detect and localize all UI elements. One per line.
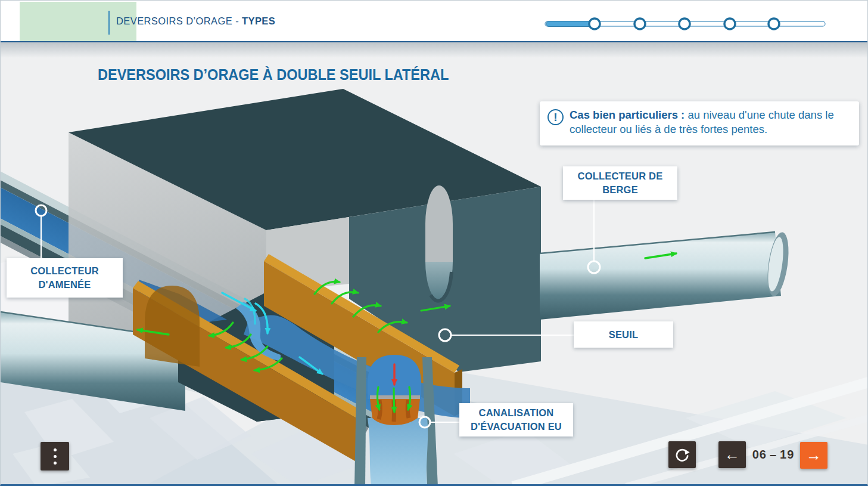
label-line: SEUIL (609, 328, 639, 342)
label-seuil: SEUIL (574, 321, 673, 348)
label-line: COLLECTEUR DE (578, 169, 663, 183)
label-line: COLLECTEUR (30, 264, 99, 278)
next-button[interactable]: → (800, 442, 827, 469)
header-divider (108, 11, 110, 35)
exclamation-icon: ! (547, 109, 564, 125)
step-dot-2[interactable] (634, 18, 645, 29)
kebab-menu-icon (54, 448, 57, 451)
label-line: CANALISATION (479, 406, 554, 420)
label-collecteur-amenee: COLLECTEUR D'AMENÉE (7, 258, 123, 298)
replay-icon (674, 447, 690, 463)
slide-page: DEVERSOIRS D’ORAGE - TYPES (0, 0, 868, 486)
callout-lead: Cas bien particuliers : (570, 109, 685, 121)
page-indicator: 06 – 19 (746, 441, 800, 468)
page-total: 19 (780, 448, 794, 462)
label-collecteur-berge: COLLECTEUR DE BERGE (563, 166, 677, 200)
page-separator: – (770, 448, 777, 462)
course-title-text: DEVERSOIRS D’ORAGE - (116, 16, 239, 27)
step-dot-4[interactable] (724, 18, 735, 29)
header-bar: DEVERSOIRS D’ORAGE - TYPES (1, 1, 867, 42)
arrow-right-icon: → (806, 446, 822, 465)
progress-stepper[interactable] (540, 1, 832, 42)
course-title-section: TYPES (242, 16, 275, 27)
label-canalisation-evacuation: CANALISATION D'ÉVACUATION EU (459, 403, 573, 437)
label-line: D'AMENÉE (38, 278, 91, 292)
step-dot-3[interactable] (679, 18, 690, 29)
label-line: BERGE (602, 183, 638, 197)
evacuation-water (368, 418, 428, 486)
step-dot-1[interactable] (589, 18, 600, 29)
slide-stage: DEVERSOIRS D’ORAGE À DOUBLE SEUIL LATÉRA… (1, 42, 868, 485)
weir-arch-opening (145, 286, 200, 367)
wall-pipe-opening (425, 185, 453, 301)
arrow-left-icon: ← (724, 445, 740, 464)
progress-fill (546, 21, 595, 27)
slide-title-text: DEVERSOIRS D’ORAGE À DOUBLE SEUIL LATÉRA… (98, 66, 449, 83)
callout-text: Cas bien particuliers : au niveau d'une … (570, 108, 851, 139)
previous-button[interactable]: ← (718, 441, 746, 468)
replay-button[interactable] (668, 441, 696, 468)
label-line: D'ÉVACUATION EU (471, 420, 562, 434)
special-case-callout: ! Cas bien particuliers : au niveau d'un… (540, 101, 859, 146)
slide-title: DEVERSOIRS D’ORAGE À DOUBLE SEUIL LATÉRA… (98, 66, 471, 83)
course-title: DEVERSOIRS D’ORAGE - TYPES (116, 1, 275, 41)
step-dot-5[interactable] (769, 18, 779, 29)
menu-button[interactable] (41, 442, 69, 470)
evacuation-arrow-2-icon (394, 388, 394, 412)
page-current: 06 (752, 448, 767, 462)
